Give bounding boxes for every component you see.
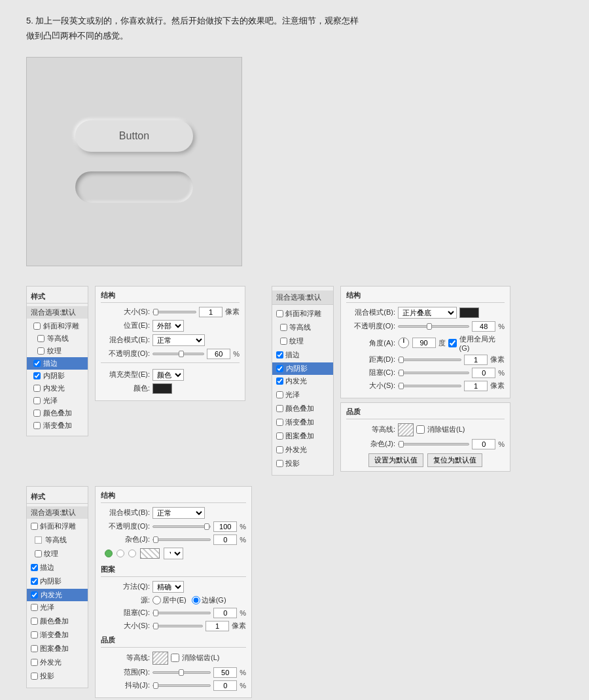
cb-texture-3[interactable] — [35, 550, 42, 557]
mix-options-left-2: 混合选项:默认 斜面和浮雕 等高线 纹理 描边 内阴影 内发光 光泽 颜色叠加 … — [272, 286, 334, 476]
stroke-settings-panel: 结构 大小(S): 像素 位置(E): 外部 内部 居中 混合模式(E): 正常… — [95, 286, 245, 401]
choke-slider[interactable] — [398, 372, 469, 374]
opacity-slider-2[interactable] — [398, 325, 469, 328]
angle-dial — [398, 337, 410, 349]
set-default-btn-2[interactable]: 设置为默认值 — [368, 453, 423, 467]
cb-gloss-3[interactable] — [31, 604, 38, 611]
pattern-swatch[interactable] — [140, 548, 160, 559]
cb-inner-shadow-3[interactable] — [31, 578, 38, 585]
cb-color-3[interactable] — [31, 618, 38, 625]
position-select[interactable]: 外部 内部 居中 — [152, 320, 184, 332]
inner-glow-settings: 结构 混合模式(B): 正常 不透明度(O): % 杂色(J): % — [95, 486, 252, 698]
contour-thumb-2[interactable] — [398, 423, 414, 436]
cb-grad-3[interactable] — [31, 631, 38, 639]
inner-shadow-struct-panel: 结构 混合模式(B): 正片叠底 不透明度(O): % 角度(A): — [340, 286, 510, 398]
blend-mode-3[interactable]: 正常 — [152, 507, 205, 519]
anti-alias-cb-2[interactable] — [416, 425, 425, 434]
color-dot-white2[interactable] — [128, 550, 136, 557]
cb-outer-3[interactable] — [31, 659, 38, 666]
checkbox-gloss1[interactable] — [33, 397, 41, 404]
angle-input-2[interactable] — [412, 338, 436, 348]
range-input[interactable] — [213, 667, 237, 678]
noise-input-3[interactable] — [213, 534, 237, 545]
checkbox-grad-overlay1[interactable] — [33, 422, 41, 429]
checkbox-contour1[interactable] — [37, 335, 45, 342]
mix-options-header-3: 混合选项:默认 — [27, 506, 88, 519]
contour-thumb-3[interactable] — [152, 652, 168, 665]
style-title: 样式 — [27, 290, 88, 304]
jitter-input[interactable] — [213, 680, 237, 691]
size-input-1[interactable] — [199, 307, 223, 317]
intro-text: 5. 加上一段英文或别的，你喜欢就行。然后开始做按下去的效果吧。注意细节，观察怎… — [26, 13, 563, 44]
size-slider-2[interactable] — [398, 385, 461, 387]
radio-edge[interactable] — [192, 596, 200, 604]
cb-grad-2[interactable] — [276, 419, 283, 426]
cb-bevel-2[interactable] — [276, 310, 283, 317]
size-slider-1[interactable] — [152, 311, 196, 313]
noise-slider-2[interactable] — [398, 443, 469, 446]
button-inset[interactable] — [75, 171, 193, 203]
checkbox-inner-shadow1[interactable] — [33, 372, 41, 379]
anti-alias-cb-3[interactable] — [171, 654, 179, 662]
dist-input[interactable] — [464, 355, 488, 365]
range-slider[interactable] — [152, 671, 211, 674]
cb-outer-2[interactable] — [276, 446, 283, 453]
stroke-color-swatch[interactable] — [152, 383, 172, 394]
opacity-input-2[interactable] — [472, 321, 495, 332]
dist-slider[interactable] — [398, 359, 461, 361]
jitter-slider[interactable] — [152, 684, 211, 687]
pattern-section-title: 图案 — [101, 565, 246, 577]
cb-inner-glow-2[interactable] — [276, 377, 283, 385]
checkbox-color-overlay1[interactable] — [33, 410, 41, 417]
size-input-3[interactable] — [205, 621, 229, 631]
cb-shadow-2[interactable] — [276, 460, 283, 467]
checkbox-bevel[interactable] — [33, 323, 41, 330]
cb-pattern-3[interactable] — [31, 645, 38, 652]
fill-type-select[interactable]: 颜色 — [152, 369, 184, 381]
cb-contour-2[interactable] — [280, 324, 287, 331]
cb-inner-shadow-2[interactable] — [276, 365, 283, 372]
choke-input-3[interactable] — [213, 608, 237, 618]
style-panel-1: 样式 混合选项:默认 斜面和浮雕 等高线 纹理 描边 内阴影 内发光 光泽 颜色… — [26, 286, 88, 436]
structure-title-1: 结构 — [101, 290, 240, 303]
blend-mode-select-1[interactable]: 正常 — [152, 334, 205, 346]
cb-bevel-3[interactable] — [31, 523, 38, 530]
cb-color-2[interactable] — [276, 405, 283, 412]
opacity-slider-1[interactable] — [152, 353, 204, 355]
noise-input-2[interactable] — [472, 439, 495, 449]
cb-shadow-3[interactable] — [31, 673, 38, 680]
choke-input[interactable] — [472, 368, 495, 378]
style-panel-3: 样式 混合选项:默认 斜面和浮雕 等高线 纹理 描边 内阴影 内发光 光泽 颜色… — [26, 486, 88, 688]
checkbox-inner-glow1[interactable] — [33, 385, 41, 392]
blend-color-swatch-2[interactable] — [459, 307, 479, 318]
blend-mode-2[interactable]: 正片叠底 — [398, 307, 457, 319]
quality-section-title: 品质 — [101, 635, 246, 648]
struct-title-3: 结构 — [101, 491, 246, 503]
opacity-input-3[interactable] — [213, 521, 237, 532]
use-global-light[interactable] — [448, 339, 457, 347]
color-dot-white[interactable] — [116, 550, 124, 557]
button-raised[interactable]: Button — [75, 120, 193, 152]
quality-panel-2: 品质 等高线: 消除锯齿(L) 杂色(J): % 设置为默认值 复位为默认值 — [340, 402, 510, 472]
checkbox-stroke[interactable] — [33, 360, 41, 367]
checkbox-texture1[interactable] — [37, 347, 45, 355]
size-input-2[interactable] — [464, 381, 488, 391]
noise-slider-3[interactable] — [152, 538, 211, 541]
size-slider-3[interactable] — [152, 625, 203, 627]
choke-slider-3[interactable] — [152, 612, 211, 614]
glow-type-select[interactable]: ▼ — [164, 548, 183, 559]
cb-pattern-2[interactable] — [276, 432, 283, 440]
mix-options-header-2: 混合选项:默认 — [272, 290, 333, 305]
reset-default-btn-2[interactable]: 复位为默认值 — [427, 453, 482, 467]
opacity-slider-3[interactable] — [152, 525, 211, 528]
contour-sq — [35, 536, 42, 544]
method-select[interactable]: 精确 — [152, 581, 184, 593]
cb-gloss-2[interactable] — [276, 391, 283, 398]
color-dot-green[interactable] — [105, 550, 113, 557]
radio-center[interactable] — [152, 596, 161, 604]
cb-inner-glow-3[interactable] — [31, 591, 38, 599]
opacity-input-1[interactable] — [207, 349, 230, 359]
cb-texture-2[interactable] — [280, 338, 287, 345]
cb-stroke-2[interactable] — [276, 351, 283, 359]
cb-stroke-3[interactable] — [31, 564, 38, 571]
